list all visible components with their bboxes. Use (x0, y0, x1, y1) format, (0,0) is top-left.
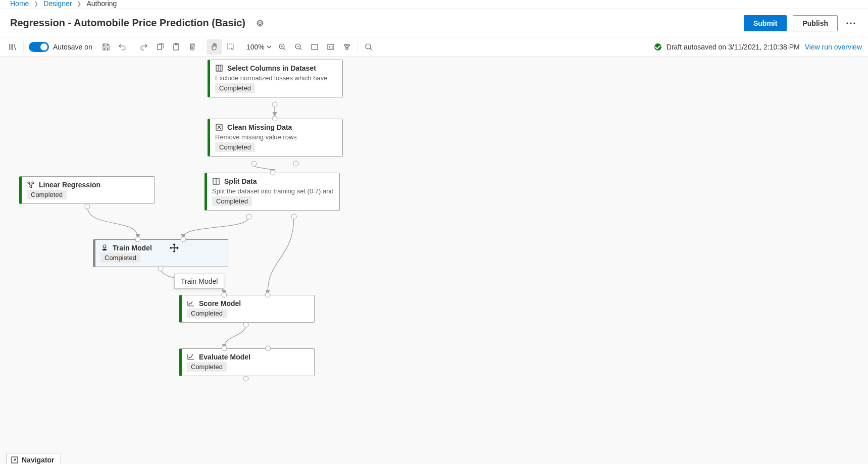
node-title: Evaluate Model (199, 353, 250, 361)
svg-point-2 (853, 22, 855, 24)
delete-icon[interactable] (185, 39, 200, 55)
svg-rect-3 (158, 44, 162, 49)
port[interactable] (251, 161, 257, 167)
save-icon[interactable] (98, 39, 114, 55)
port[interactable] (246, 214, 252, 220)
port[interactable] (293, 161, 299, 167)
separator (23, 41, 24, 53)
tooltip: Train Model (174, 274, 224, 289)
library-icon[interactable] (5, 39, 20, 55)
copy-icon[interactable] (152, 39, 168, 55)
svg-text:1:1: 1:1 (328, 45, 333, 49)
port[interactable] (181, 237, 186, 242)
chevron-right-icon: ❯ (34, 1, 38, 7)
node-score-model[interactable]: Score Model Completed (179, 295, 315, 323)
publish-button[interactable]: Publish (793, 15, 838, 31)
svg-point-18 (30, 186, 32, 188)
toolbar: Autosave on 100% (0, 37, 868, 57)
node-title: Linear Regression (39, 181, 100, 189)
train-icon (100, 244, 109, 252)
paste-icon[interactable] (169, 39, 184, 55)
node-status: Completed (100, 253, 140, 263)
node-title: Clean Missing Data (227, 123, 292, 131)
svg-rect-9 (312, 44, 318, 49)
success-icon (654, 43, 661, 50)
node-split-data[interactable]: Split Data Split the dataset into traini… (205, 173, 340, 211)
zoom-text: 100% (246, 43, 265, 51)
svg-point-16 (28, 182, 30, 184)
separator (133, 41, 133, 53)
node-evaluate-model[interactable]: Evaluate Model Completed (179, 348, 315, 376)
actual-size-icon[interactable]: 1:1 (323, 39, 338, 55)
auto-layout-icon[interactable] (339, 39, 354, 55)
submit-button[interactable]: Submit (744, 15, 787, 31)
node-status: Completed (187, 308, 227, 318)
zoom-in-icon[interactable] (275, 39, 290, 55)
port[interactable] (222, 346, 227, 351)
expand-icon (11, 456, 19, 464)
gear-icon[interactable] (252, 16, 268, 31)
model-icon (27, 181, 35, 189)
node-linear-regression[interactable]: Linear Regression Completed (19, 176, 155, 204)
split-icon (212, 177, 220, 185)
navigator-toggle[interactable]: Navigator (6, 453, 61, 464)
svg-point-17 (32, 182, 34, 184)
separator (203, 41, 203, 53)
breadcrumb: Home ❯ Designer ❯ Authoring (0, 0, 868, 9)
autosave-toggle[interactable] (29, 42, 49, 52)
breadcrumb-designer[interactable]: Designer (43, 0, 72, 8)
svg-point-19 (103, 245, 106, 248)
clean-icon (215, 123, 223, 131)
port[interactable] (266, 346, 271, 351)
pipeline-canvas[interactable]: Select Columns in Dataset Exclude normal… (0, 57, 868, 464)
score-icon (187, 299, 195, 307)
chevron-down-icon (267, 45, 272, 48)
zoom-out-icon[interactable] (291, 39, 306, 55)
separator (358, 41, 358, 53)
search-icon[interactable] (361, 39, 376, 55)
port[interactable] (265, 292, 271, 298)
svg-rect-13 (216, 65, 222, 71)
zoom-value[interactable]: 100% (244, 43, 274, 51)
undo-icon[interactable] (115, 39, 130, 55)
svg-point-20 (192, 354, 193, 355)
node-status: Completed (215, 83, 255, 93)
svg-point-0 (846, 22, 848, 24)
svg-rect-6 (227, 44, 233, 49)
port[interactable] (158, 266, 164, 272)
navigator-label: Navigator (22, 456, 55, 464)
pan-icon[interactable] (207, 39, 222, 55)
port[interactable] (243, 376, 249, 382)
fit-screen-icon[interactable] (307, 39, 322, 55)
page-title: Regression - Automobile Price Prediction… (10, 17, 245, 29)
columns-icon (215, 64, 223, 72)
node-title: Train Model (113, 244, 152, 252)
select-icon[interactable] (223, 39, 238, 55)
port[interactable] (272, 102, 278, 108)
port[interactable] (222, 292, 227, 298)
node-clean-missing[interactable]: Clean Missing Data Remove missing value … (208, 119, 343, 157)
port[interactable] (135, 237, 141, 242)
redo-icon[interactable] (136, 39, 151, 55)
port[interactable] (291, 214, 297, 220)
port[interactable] (85, 204, 90, 210)
breadcrumb-home[interactable]: Home (10, 0, 29, 8)
more-icon[interactable] (844, 15, 858, 31)
view-run-overview-link[interactable]: View run overview (805, 43, 862, 51)
svg-point-12 (366, 44, 371, 49)
port[interactable] (243, 322, 249, 328)
port[interactable] (272, 116, 278, 122)
node-desc: Split the dataset into training set (0.7… (207, 186, 339, 196)
node-status: Completed (215, 142, 255, 152)
node-select-columns[interactable]: Select Columns in Dataset Exclude normal… (208, 60, 343, 97)
node-title: Select Columns in Dataset (227, 64, 316, 72)
autosave-label: Autosave on (53, 43, 92, 51)
chevron-right-icon: ❯ (77, 1, 81, 7)
node-train-model[interactable]: Train Model Completed (93, 239, 228, 267)
title-row: Regression - Automobile Price Prediction… (0, 9, 868, 37)
node-status: Completed (187, 362, 227, 372)
node-title: Split Data (224, 177, 257, 185)
port[interactable] (270, 170, 276, 176)
evaluate-icon (187, 353, 195, 361)
node-desc: Remove missing value rows (210, 132, 342, 142)
